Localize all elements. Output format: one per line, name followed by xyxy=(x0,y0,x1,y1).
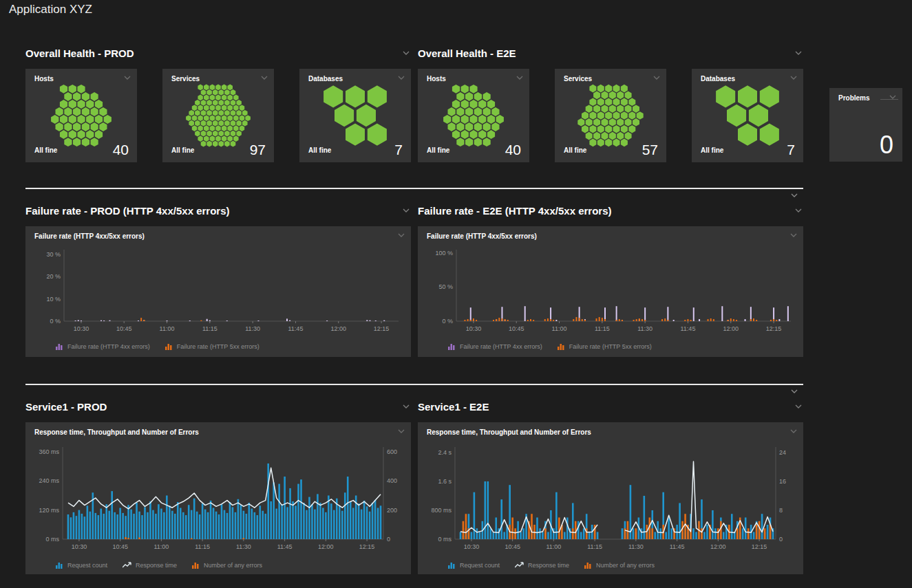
honeycomb-services-prod xyxy=(177,84,259,147)
chevron-down-icon[interactable] xyxy=(794,402,803,411)
tile-title: Services xyxy=(564,75,592,83)
chart-legend: Request count Response time Number of an… xyxy=(448,562,655,569)
legend-label: Request count xyxy=(460,562,500,569)
legend-label: Request count xyxy=(67,562,107,569)
svg-text:50 %: 50 % xyxy=(438,283,453,290)
legend-label: Response time xyxy=(136,562,177,569)
legend-label: Failure rate (HTTP 5xx errors) xyxy=(569,343,652,350)
section-title-overall-health-e2e: Overall Health - E2E xyxy=(418,47,516,59)
status-text: All fine xyxy=(34,146,57,154)
status-text: All fine xyxy=(701,146,723,154)
svg-text:12:15: 12:15 xyxy=(359,543,375,550)
svg-text:11:30: 11:30 xyxy=(236,543,251,550)
svg-text:8: 8 xyxy=(779,507,783,514)
status-text: All fine xyxy=(308,146,331,154)
svg-text:11:45: 11:45 xyxy=(670,543,685,550)
legend-label: Failure rate (HTTP 5xx errors) xyxy=(177,343,259,350)
chevron-down-icon[interactable] xyxy=(888,93,898,101)
legend-item-errors[interactable]: Number of any errors xyxy=(192,562,262,569)
chevron-down-icon[interactable] xyxy=(401,49,411,57)
legend-label: Failure rate (HTTP 4xx errors) xyxy=(460,343,542,350)
svg-text:360 ms: 360 ms xyxy=(39,448,59,455)
tile-services-e2e[interactable]: Services All fine 57 xyxy=(555,69,666,162)
failure-rate-chart-prod[interactable]: 30 %20 %10 %0 %10:3010:4511:0011:1511:30… xyxy=(30,244,407,339)
entity-count: 40 xyxy=(505,142,521,158)
legend-item-4xx[interactable]: Failure rate (HTTP 4xx errors) xyxy=(448,343,542,350)
svg-text:11:00: 11:00 xyxy=(546,543,561,550)
svg-text:10:45: 10:45 xyxy=(509,325,524,332)
chevron-down-icon[interactable] xyxy=(652,74,661,82)
legend-item-request-count[interactable]: Request count xyxy=(56,562,107,569)
svg-text:10:30: 10:30 xyxy=(464,543,480,550)
svg-text:30 %: 30 % xyxy=(46,251,61,258)
legend-item-response-time[interactable]: Response time xyxy=(123,562,177,569)
svg-text:11:15: 11:15 xyxy=(587,543,602,550)
chevron-down-icon[interactable] xyxy=(789,231,798,239)
bar-chart-icon xyxy=(56,562,64,569)
svg-text:11:15: 11:15 xyxy=(202,325,218,332)
failure-rate-chart-e2e[interactable]: 100 %50 %0 %10:3010:4511:0011:1511:3011:… xyxy=(422,244,799,339)
chevron-down-icon[interactable] xyxy=(789,427,798,435)
chevron-down-icon[interactable] xyxy=(401,402,411,411)
status-text: All fine xyxy=(171,146,194,154)
legend-item-5xx[interactable]: Failure rate (HTTP 5xx errors) xyxy=(558,343,652,350)
tile-title: Databases xyxy=(701,75,735,83)
line-chart-icon xyxy=(515,562,524,569)
tile-databases-e2e[interactable]: Databases All fine 7 xyxy=(692,69,803,162)
tile-service-chart-e2e[interactable]: Response time, Throughput and Number of … xyxy=(418,422,803,574)
chevron-down-icon[interactable] xyxy=(259,74,269,82)
svg-text:16: 16 xyxy=(779,478,786,485)
chevron-down-icon[interactable] xyxy=(515,74,524,82)
section-title-failure-prod: Failure rate - PROD (HTTP 4xx/5xx errors… xyxy=(25,205,230,217)
tile-title: Problems xyxy=(838,94,870,102)
service-chart-prod[interactable]: 360 ms240 ms120 ms0 ms600400200010:3010:… xyxy=(30,442,407,557)
chevron-down-icon[interactable] xyxy=(123,74,132,82)
tile-services-prod[interactable]: Services All fine 97 xyxy=(162,69,274,162)
svg-text:400: 400 xyxy=(387,477,397,484)
svg-text:120 ms: 120 ms xyxy=(39,507,59,514)
tile-databases-prod[interactable]: Databases All fine 7 xyxy=(299,69,411,162)
section-header-service1-prod: Service1 - PROD xyxy=(25,400,411,413)
svg-text:12:00: 12:00 xyxy=(710,543,726,550)
bar-chart-icon xyxy=(165,343,173,350)
chevron-down-icon[interactable] xyxy=(789,387,799,395)
chevron-down-icon[interactable] xyxy=(396,427,406,435)
legend-item-4xx[interactable]: Failure rate (HTTP 4xx errors) xyxy=(56,343,150,350)
chart-legend: Failure rate (HTTP 4xx errors) Failure r… xyxy=(448,343,652,350)
svg-text:12:15: 12:15 xyxy=(766,325,782,332)
chevron-down-icon[interactable] xyxy=(794,206,803,215)
tile-service-chart-prod[interactable]: Response time, Throughput and Number of … xyxy=(25,422,411,574)
svg-text:11:30: 11:30 xyxy=(637,325,653,332)
section-title-service1-e2e: Service1 - E2E xyxy=(418,401,489,413)
honeycomb-services-e2e xyxy=(569,84,652,147)
svg-text:10:45: 10:45 xyxy=(116,325,132,332)
chevron-down-icon[interactable] xyxy=(789,191,799,199)
chevron-down-icon[interactable] xyxy=(396,231,406,239)
legend-label: Number of any errors xyxy=(596,562,655,569)
tile-problems[interactable]: Problems 0 xyxy=(829,88,902,162)
service-chart-e2e[interactable]: 2.4 s1.6 s800 ms0 ms24168010:3010:4511:0… xyxy=(422,442,799,557)
legend-label: Response time xyxy=(528,562,569,569)
svg-text:0 %: 0 % xyxy=(50,318,61,325)
legend-item-request-count[interactable]: Request count xyxy=(448,562,500,569)
chevron-down-icon[interactable] xyxy=(794,49,803,57)
legend-item-5xx[interactable]: Failure rate (HTTP 5xx errors) xyxy=(165,343,259,350)
tile-hosts-prod[interactable]: Hosts All fine 40 xyxy=(25,69,137,162)
svg-text:12:00: 12:00 xyxy=(723,325,739,332)
chevron-down-icon[interactable] xyxy=(396,74,406,82)
svg-text:800 ms: 800 ms xyxy=(431,507,452,514)
section-header-overall-health-e2e: Overall Health - E2E xyxy=(418,47,803,59)
svg-text:10 %: 10 % xyxy=(46,296,61,303)
chevron-down-icon[interactable] xyxy=(789,74,798,82)
legend-item-errors[interactable]: Number of any errors xyxy=(584,562,655,569)
svg-text:12:15: 12:15 xyxy=(752,543,767,550)
bar-chart-icon xyxy=(448,343,456,350)
bar-chart-icon xyxy=(56,343,64,350)
tile-failure-chart-prod[interactable]: Failure rate (HTTP 4xx/5xx errors) 30 %2… xyxy=(25,226,411,357)
chevron-down-icon[interactable] xyxy=(401,206,411,215)
tile-hosts-e2e[interactable]: Hosts All fine 40 xyxy=(418,69,529,162)
legend-item-response-time[interactable]: Response time xyxy=(515,562,569,569)
svg-text:200: 200 xyxy=(387,507,397,514)
entity-count: 97 xyxy=(250,142,266,158)
tile-failure-chart-e2e[interactable]: Failure rate (HTTP 4xx/5xx errors) 100 %… xyxy=(418,226,803,357)
